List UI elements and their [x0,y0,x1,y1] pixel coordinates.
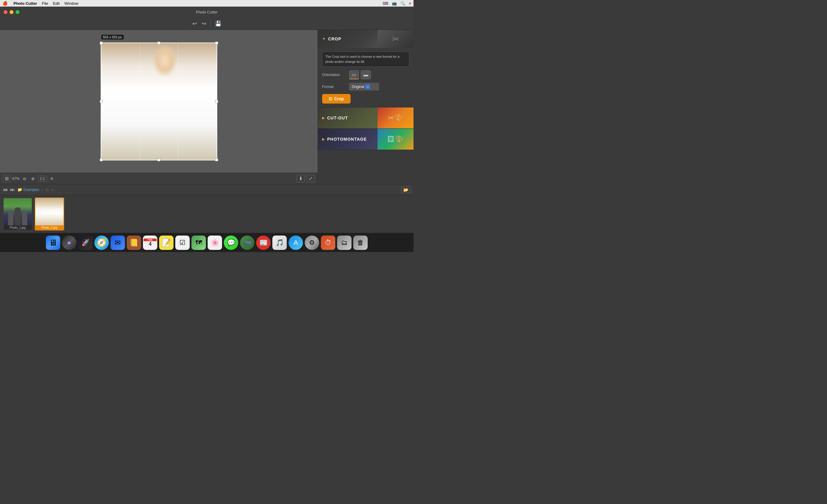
canvas-area[interactable]: ✂ 555 x 555 px [0,30,318,184]
dock-item-facetime[interactable]: 📹 [240,235,254,250]
crop-handle-tr[interactable] [215,42,218,45]
crop-container[interactable]: 555 x 555 px [101,43,217,160]
crop-handle-bm[interactable] [157,158,160,161]
dock-item-notesbook[interactable]: 📒 [127,235,141,250]
dock: 🖥 ● 🚀 🧭 ✉ 📒 FEB 4 📝 ☑ 🗺 🌸 💬 📹 📰 🎵 A [0,233,414,252]
crop-section-header[interactable]: ✂ ▼ CROP [318,30,414,48]
photomontage-title-text: PHOTOMONTAGE [327,137,367,142]
format-select[interactable]: Original ⌄ [349,83,379,91]
dock-item-sysprefs[interactable]: ⚙ [305,235,319,250]
grid-toggle-button[interactable]: ⊞ [3,175,10,182]
crop-handle-tl[interactable] [100,42,103,45]
filmstrip-item-1[interactable]: Photo_1.jpg [3,198,32,230]
star-icon[interactable]: ☆ [45,187,49,192]
dock-item-safari[interactable]: 🧭 [94,235,109,250]
save-button[interactable]: 💾 [213,19,223,28]
crop-handle-br[interactable] [215,158,218,161]
maximize-button[interactable] [15,10,19,14]
crop-handle-ml[interactable] [100,100,103,103]
dock-item-reminders[interactable]: ☑ [175,235,190,250]
minimize-button[interactable] [10,10,13,14]
menu-edit[interactable]: Edit [53,1,60,6]
filmstrip-toolbar: ⏮ ⏭ 📁 Examples › ☆ ‹ 📂 [0,184,414,195]
chevron-left-icon[interactable]: ‹ [52,187,53,192]
export-button[interactable]: ⬇ [297,175,305,182]
prev-button[interactable]: ⏮ [3,187,8,192]
photomontage-header-thumb: 🖼🎨 [378,129,414,150]
undo-button[interactable]: ↩ [191,19,199,28]
crop-size-label: 555 x 555 px [101,35,124,40]
zoom-fill-button[interactable]: ✕ [49,176,55,182]
cutout-arrow: ▶ [322,116,325,120]
landscape-btn[interactable]: ▬ [361,70,371,79]
dock-item-news[interactable]: 📰 [256,235,271,250]
dock-item-photos[interactable]: 🌸 [208,235,222,250]
dock-item-calendar[interactable]: FEB 4 [143,235,157,250]
dock-item-timemachine[interactable]: ⏱ [321,235,335,250]
menu-icon-search[interactable]: 🔍 [400,1,405,6]
photomontage-section: 🖼🎨 ▶ PHOTOMONTAGE [318,129,414,150]
photomontage-section-header[interactable]: 🖼🎨 ▶ PHOTOMONTAGE [318,129,414,150]
menu-icon-list[interactable]: ≡ [409,1,411,6]
menu-window[interactable]: Window [64,1,78,6]
crop-header-thumb: ✂ [378,30,414,48]
cutout-section-header[interactable]: ✂🎨 ▶ CUT-OUT [318,107,414,128]
filmstrip-item-2[interactable]: ✓ Photo_2.jpg [35,198,64,230]
folder-name: Examples [23,188,39,192]
add-folder-button[interactable]: 📂 [401,186,410,193]
dock-item-messages[interactable]: 💬 [224,235,238,250]
crop-button[interactable]: ⊡ Crop [322,94,351,104]
redo-button[interactable]: ↪ [200,19,208,28]
crop-title-text: CROP [328,37,341,41]
dock-item-trash[interactable]: 🗑 [353,235,368,250]
zoom-out-button[interactable]: ⊖ [21,176,28,182]
photomontage-section-title: ▶ PHOTOMONTAGE [318,137,371,142]
film-thumb-img-2 [35,198,63,225]
orientation-row: Orientation ▭ ▬ [322,70,409,79]
next-button[interactable]: ⏭ [10,187,15,192]
dock-item-siri[interactable]: ● [62,235,77,250]
zoom-in-button[interactable]: ⊕ [30,176,36,182]
menu-file[interactable]: File [42,1,48,6]
bride-figure [101,43,216,160]
dock-item-launchpad[interactable]: 🚀 [78,235,93,250]
film-thumb-label-1: Photo_1.jpg [4,225,32,230]
crop-section: ✂ ▼ CROP The Crop tool is used to choose… [318,30,414,107]
window-controls [4,10,19,14]
right-panel: ✂ ▼ CROP The Crop tool is used to choose… [318,30,414,184]
film-thumb-label-2: Photo_2.jpg [35,225,63,230]
format-value: Original [352,85,364,89]
zoom-fit-button[interactable]: 1:1 [38,176,47,182]
apple-menu[interactable]: 🍎 [2,1,7,6]
crop-btn-icon: ⊡ [329,96,332,101]
main-area: ✂ 555 x 555 px [0,30,414,184]
crop-handle-mr[interactable] [215,100,218,103]
fullscreen-button[interactable]: ⤢ [306,175,314,182]
dock-item-mail[interactable]: ✉ [110,235,125,250]
format-row: Format Original ⌄ [322,83,409,91]
crop-handle-tm[interactable] [157,42,160,45]
filmstrip: Photo_1.jpg ✓ Photo_2.jpg [0,195,414,233]
canvas-toolbar: ⊞ 67% ⊖ ⊕ 1:1 ✕ ⬇ ⤢ [0,173,318,184]
dock-item-filemanager[interactable]: 🗂 [337,235,351,250]
dock-item-finder[interactable]: 🖥 [46,235,60,250]
crop-handle-bl[interactable] [100,158,103,161]
dock-item-music[interactable]: 🎵 [273,235,287,250]
landscape-icon: ▬ [363,72,368,77]
portrait-btn[interactable]: ▭ [349,70,359,79]
titlebar: Photo Cutter [0,7,414,17]
crop-section-title: ▼ CROP [318,37,345,41]
toolbar-separator [210,20,211,27]
photomontage-arrow: ▶ [322,137,325,141]
folder-link[interactable]: 📁 Examples [17,187,39,192]
orientation-buttons: ▭ ▬ [349,70,371,79]
filmstrip-arrow: › [42,188,43,191]
menu-app-name[interactable]: Photo Cutter [13,1,37,6]
crop-arrow: ▼ [322,37,326,41]
dock-item-maps[interactable]: 🗺 [191,235,206,250]
window-title: Photo Cutter [196,10,218,14]
folder-icon: 📁 [17,187,22,192]
dock-item-notes[interactable]: 📝 [159,235,174,250]
dock-item-appstore[interactable]: A [289,235,303,250]
close-button[interactable] [4,10,7,14]
